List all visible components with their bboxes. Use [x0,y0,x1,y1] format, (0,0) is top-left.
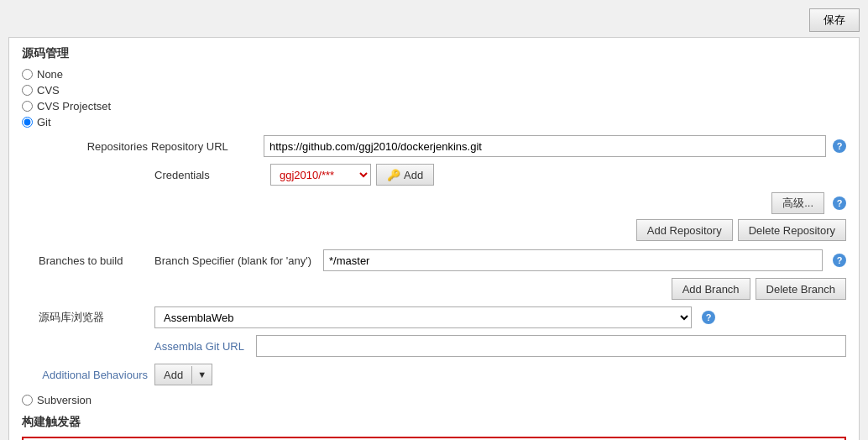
radio-git-input[interactable] [22,117,33,128]
credentials-add-button[interactable]: 🔑 Add [376,164,434,186]
add-behaviour-label: Add [155,366,192,384]
subversion-row: Subversion [22,394,846,406]
source-browser-label: 源码库浏览器 [39,310,148,325]
trigger-section-title: 构建触发器 [22,415,846,430]
delete-branch-button[interactable]: Delete Branch [756,278,846,300]
radio-cvs-projectset-label: CVS Projectset [37,100,111,113]
trigger-item-0: Build whenever a SNAPSHOT dependency is … [22,437,846,440]
radio-cvs-input[interactable] [22,85,33,96]
additional-behaviours-row: Additional Behaviours Add ▼ [39,364,846,385]
branches-label: Branches to build [39,254,148,267]
delete-repository-button[interactable]: Delete Repository [738,219,846,241]
credentials-add-label: Add [404,169,423,181]
assembla-url-label: Assembla Git URL [154,340,244,353]
subversion-label: Subversion [37,394,92,406]
scm-section-title: 源码管理 [22,46,846,61]
source-browser-help-icon[interactable]: ? [702,311,715,324]
source-browser-select[interactable]: AssemblaWeb [154,306,692,328]
radio-none-input[interactable] [22,69,33,80]
branch-specifier-label: Branch Specifier (blank for 'any') [154,254,311,267]
credentials-label: Credentials [154,169,264,181]
radio-cvs-projectset-input[interactable] [22,101,33,112]
radio-none[interactable]: None [22,68,846,81]
radio-cvs-projectset[interactable]: CVS Projectset [22,100,846,113]
trigger-items: Build whenever a SNAPSHOT dependency is … [22,437,846,440]
additional-behaviours-label: Additional Behaviours [39,369,148,381]
save-button[interactable]: 保存 [809,8,860,32]
advanced-help-icon[interactable]: ? [833,196,846,210]
branch-actions: Add Branch Delete Branch [39,278,846,300]
scm-radio-group: None CVS CVS Projectset Git [22,68,846,128]
branch-specifier-input[interactable] [323,249,823,271]
repositories-row: Repositories Repository URL ? [39,135,846,157]
credentials-row: Credentials ggj2010/*** 🔑 Add [39,164,846,186]
credential-controls: ggj2010/*** 🔑 Add [270,164,434,186]
add-behaviour-button[interactable]: Add ▼ [154,364,212,385]
add-branch-button[interactable]: Add Branch [672,278,750,300]
radio-none-label: None [37,68,63,81]
source-browser-row: 源码库浏览器 AssemblaWeb ? [39,306,846,328]
repo-url-label: Repository URL [151,140,260,153]
git-section: Repositories Repository URL ? Credential… [39,135,846,385]
assembla-url-row: Assembla Git URL [39,335,846,357]
branches-row: Branches to build Branch Specifier (blan… [39,249,846,271]
advanced-button[interactable]: 高级... [771,192,824,214]
radio-cvs-label: CVS [37,84,60,97]
add-repository-button[interactable]: Add Repository [636,219,733,241]
radio-subversion-input[interactable] [22,395,33,406]
assembla-url-input[interactable] [256,335,846,357]
repo-url-help-icon[interactable]: ? [833,139,846,153]
branch-specifier-help-icon[interactable]: ? [833,254,846,267]
radio-cvs[interactable]: CVS [22,84,846,97]
repo-url-input[interactable] [264,135,826,157]
credentials-select[interactable]: ggj2010/*** [270,164,371,186]
radio-git[interactable]: Git [22,116,846,128]
key-icon: 🔑 [387,169,400,181]
add-behaviour-arrow-icon: ▼ [192,367,212,382]
repository-actions: Add Repository Delete Repository [39,219,846,241]
branches-section: Branches to build Branch Specifier (blan… [39,249,846,300]
repositories-label: Repositories [39,140,148,153]
radio-git-label: Git [37,116,51,128]
